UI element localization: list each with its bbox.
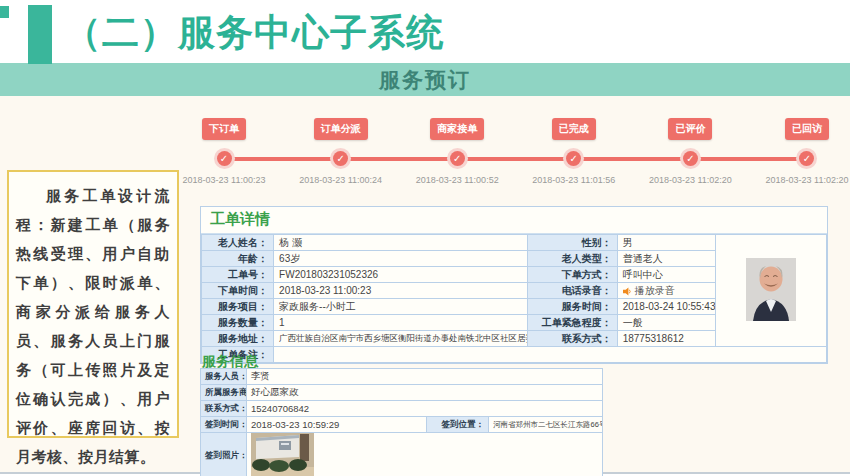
elder-photo-cell (715, 235, 826, 347)
check-icon: ✓ (336, 154, 344, 164)
field-value: 2018-03-24 10:55:43 (617, 299, 715, 315)
field-value: 好心愿家政 (247, 385, 603, 401)
timeline-step: 已评价 ✓ 2018-03-23 11:02:20 (654, 118, 726, 185)
timeline-step: 订单分派 ✓ 2018-03-23 11:00:24 (305, 118, 377, 185)
table-row: 签到照片： (201, 433, 603, 476)
field-value (274, 347, 827, 363)
field-label: 性别： (527, 235, 617, 251)
field-label: 下单方式： (527, 267, 617, 283)
process-note-box: 服务工单设计流程：新建工单（服务热线受理、用户自助下单）、限时派单、商家分派给服… (7, 170, 179, 438)
content-area: 服务工单设计流程：新建工单（服务热线受理、用户自助下单）、限时派单、商家分派给服… (0, 96, 850, 474)
checkin-photo-cell (247, 433, 603, 476)
table-row: 所属服务商： 好心愿家政 (201, 385, 603, 401)
field-label: 签到照片： (201, 433, 247, 476)
field-label: 服务时间： (527, 299, 617, 315)
timeline-timestamp: 2018-03-23 11:02:20 (766, 175, 849, 185)
process-note-text: 服务工单设计流程：新建工单（服务热线受理、用户自助下单）、限时派单、商家分派给服… (16, 187, 170, 465)
field-value: 普通老人 (617, 251, 715, 267)
timeline-status-button[interactable]: 已完成 (552, 118, 596, 140)
play-recording-link[interactable]: 播放录音 (635, 285, 675, 296)
field-label: 工单紧急程度： (527, 315, 617, 331)
order-detail-table: 老人姓名： 杨 灏 性别： 男 (201, 234, 827, 363)
field-label: 电话录音： (527, 283, 617, 299)
banner-title: 服务预订 (379, 66, 471, 94)
check-circle-icon: ✓ (799, 151, 814, 166)
table-row: 老人姓名： 杨 灏 性别： 男 (202, 235, 827, 251)
timeline-step: 已完成 ✓ 2018-03-23 11:01:56 (538, 118, 610, 185)
field-label: 联系方式： (201, 401, 247, 417)
field-value: 15240706842 (247, 401, 603, 417)
recording-cell: 播放录音 (617, 283, 715, 299)
timeline-step: 下订单 ✓ 2018-03-23 11:00:23 (188, 118, 260, 185)
field-label: 所属服务商： (201, 385, 247, 401)
field-label: 年龄： (202, 251, 274, 267)
field-value: 一般 (617, 315, 715, 331)
check-circle-icon: ✓ (333, 151, 348, 166)
order-status-timeline: 下订单 ✓ 2018-03-23 11:00:23 订单分派 ✓ 2018-03… (188, 118, 843, 188)
checkin-photo[interactable] (251, 433, 314, 476)
service-info-table: 服务人员： 李贤 所属服务商： 好心愿家政 联系方式： 15240706842 … (200, 368, 603, 476)
table-row: 服务人员： 李贤 (201, 369, 603, 385)
corner-accent-square (0, 6, 9, 18)
field-value: FW201803231052326 (274, 267, 527, 283)
timeline-timestamp: 2018-03-23 11:02:20 (649, 175, 732, 185)
field-label: 签到位置： (427, 417, 489, 433)
table-row: 签到时间： 2018-03-23 10:59:29 签到位置： 河南省郑州市二七… (201, 417, 603, 433)
field-label: 工单号： (202, 267, 274, 283)
table-row: 工单备注： (202, 347, 827, 363)
field-label: 服务人员： (201, 369, 247, 385)
timeline-step: 已回访 ✓ 2018-03-23 11:02:20 (771, 118, 843, 185)
field-label: 联系方式： (527, 331, 617, 347)
field-value: 呼叫中心 (617, 267, 715, 283)
section-banner: 服务预订 (0, 63, 850, 96)
speaker-icon (623, 287, 632, 298)
check-circle-icon: ✓ (566, 151, 581, 166)
field-value: 2018-03-23 10:59:29 (247, 417, 427, 433)
field-value: 河南省郑州市二七区长江东路66号院 (489, 417, 603, 433)
field-label: 下单时间： (202, 283, 274, 299)
title-accent-bar (28, 5, 52, 64)
timeline-timestamp: 2018-03-23 11:01:56 (532, 175, 615, 185)
field-value: 63岁 (274, 251, 527, 267)
field-value: 家政服务--小时工 (274, 299, 527, 315)
field-value: 男 (617, 235, 715, 251)
order-detail-panel: 工单详情 老人姓名： 杨 灏 性别： 男 (200, 206, 828, 364)
field-label: 服务数量： (202, 315, 274, 331)
check-circle-icon: ✓ (450, 151, 465, 166)
check-circle-icon: ✓ (683, 151, 698, 166)
check-icon: ✓ (570, 154, 578, 164)
timeline-status-button[interactable]: 商家接单 (430, 118, 484, 140)
order-detail-header: 工单详情 (201, 207, 827, 234)
timeline-timestamp: 2018-03-23 11:00:23 (183, 175, 266, 185)
timeline-timestamp: 2018-03-23 11:00:52 (416, 175, 499, 185)
check-icon: ✓ (686, 154, 694, 164)
check-circle-icon: ✓ (217, 151, 232, 166)
field-value: 1 (274, 315, 527, 331)
field-value: 18775318612 (617, 331, 715, 347)
check-icon: ✓ (453, 154, 461, 164)
timeline-status-button[interactable]: 订单分派 (314, 118, 368, 140)
slide-title: （二）服务中心子系统 (64, 8, 444, 58)
timeline-status-button[interactable]: 已评价 (668, 118, 712, 140)
timeline-status-button[interactable]: 已回访 (785, 118, 829, 140)
check-icon: ✓ (220, 154, 228, 164)
timeline-timestamp: 2018-03-23 11:00:24 (299, 175, 382, 185)
table-row: 联系方式： 15240706842 (201, 401, 603, 417)
field-label: 老人姓名： (202, 235, 274, 251)
field-value: 杨 灏 (274, 235, 527, 251)
field-label: 老人类型： (527, 251, 617, 267)
field-label: 服务项目： (202, 299, 274, 315)
field-value: 广西壮族自治区南宁市西乡塘区衡阳街道办事处南铁北中区社区居委会 (274, 331, 527, 347)
check-icon: ✓ (803, 154, 811, 164)
field-label: 签到时间： (201, 417, 247, 433)
timeline-status-button[interactable]: 下订单 (202, 118, 246, 140)
field-value: 李贤 (247, 369, 603, 385)
field-label: 服务地址： (202, 331, 274, 347)
elder-photo (746, 258, 796, 321)
field-value: 2018-03-23 11:00:23 (274, 283, 527, 299)
timeline-step: 商家接单 ✓ 2018-03-23 11:00:52 (421, 118, 493, 185)
